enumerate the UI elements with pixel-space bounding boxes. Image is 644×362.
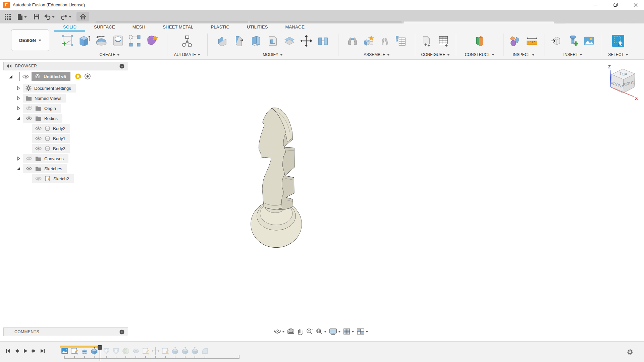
collapse-panel-icon[interactable] <box>6 64 12 68</box>
automate-icon[interactable] <box>179 33 195 49</box>
timeline-feature-fillet[interactable] <box>201 347 209 355</box>
expander-icon[interactable] <box>17 167 20 170</box>
browser-tree-row[interactable]: Bodies <box>3 113 128 123</box>
tree-node-chip[interactable]: Bodies <box>23 114 62 123</box>
fillet-icon[interactable] <box>231 33 247 49</box>
viewports-icon[interactable] <box>357 328 368 335</box>
browser-tree-row[interactable]: Body2 <box>3 123 128 133</box>
group-inspect-label[interactable]: INSPECT <box>513 52 534 58</box>
browser-tree-row[interactable]: Document Settings <box>3 83 128 93</box>
visibility-eye-icon[interactable] <box>25 106 33 111</box>
timeline-playhead-handle[interactable] <box>98 345 102 350</box>
browser-tree-row[interactable]: Body1 <box>3 133 128 143</box>
browser-tree-row[interactable]: Canvases <box>3 154 128 164</box>
expander-icon[interactable] <box>17 96 20 100</box>
bom-table-icon[interactable] <box>393 33 409 49</box>
insert-mcmaster-icon[interactable] <box>565 33 581 49</box>
timeline-feature-hole[interactable] <box>112 347 120 355</box>
move-icon[interactable] <box>299 33 314 49</box>
home-icon[interactable] <box>76 12 89 21</box>
group-select-label[interactable]: SELECT <box>608 52 628 58</box>
restore-button[interactable] <box>608 0 623 10</box>
timeline-feature-sketch[interactable] <box>142 347 150 355</box>
browser-header[interactable]: BROWSER <box>3 62 128 70</box>
expander-icon[interactable] <box>17 157 20 161</box>
display-settings-dropdown-caret[interactable] <box>338 331 341 333</box>
timeline-feature-split[interactable] <box>132 347 140 355</box>
browser-tree-row[interactable]: Origin <box>3 103 128 113</box>
plus-circle-icon[interactable] <box>119 329 124 335</box>
timeline-feature-hole[interactable] <box>102 347 110 355</box>
display-settings-icon[interactable] <box>329 328 341 335</box>
create-sketch-icon[interactable] <box>60 33 75 49</box>
browser-tree-row[interactable]: Body3 <box>3 143 128 154</box>
timeline-settings-gear-icon[interactable] <box>627 349 633 355</box>
viewport-canvas[interactable]: TOP FRONT RIGHT Z X BROWSER Untitled v5 … <box>0 60 644 341</box>
view-cube[interactable]: TOP FRONT RIGHT Z X <box>602 64 643 103</box>
configuration-table-icon[interactable] <box>436 33 451 49</box>
visibility-eye-icon[interactable] <box>25 116 33 121</box>
tree-node-chip[interactable]: Body3 <box>32 144 70 153</box>
step-forward-icon[interactable] <box>32 348 36 354</box>
step-back-icon[interactable] <box>14 348 19 354</box>
section-analysis-icon[interactable] <box>507 33 523 49</box>
expander-icon[interactable] <box>17 116 20 120</box>
insert-derive-icon[interactable] <box>549 33 565 49</box>
browser-tree-row[interactable]: Named Views <box>3 93 128 103</box>
minimize-button[interactable] <box>588 0 603 10</box>
browser-tree-row[interactable]: Sketch2 <box>3 174 128 184</box>
group-automate-label[interactable]: AUTOMATE <box>174 52 201 58</box>
configuration-icon[interactable] <box>419 33 435 49</box>
hole-icon[interactable] <box>110 33 126 49</box>
new-component-icon[interactable] <box>361 33 376 49</box>
tree-node-chip[interactable]: Document Settings <box>23 84 76 93</box>
tree-node-chip[interactable]: Sketch2 <box>32 174 74 183</box>
extrude-icon[interactable] <box>77 33 92 49</box>
fit-dropdown-caret[interactable] <box>324 331 327 333</box>
timeline-feature-move[interactable] <box>152 347 160 355</box>
visibility-eye-icon[interactable] <box>25 156 33 161</box>
shell-icon[interactable] <box>248 33 264 49</box>
press-pull-icon[interactable] <box>215 33 230 49</box>
go-to-start-icon[interactable] <box>5 348 11 354</box>
form-icon[interactable] <box>144 33 159 49</box>
revolve-icon[interactable] <box>94 33 109 49</box>
visibility-eye-icon[interactable] <box>35 126 42 131</box>
expander-icon[interactable] <box>17 86 20 90</box>
look-at-icon[interactable] <box>287 328 294 335</box>
apps-grid-icon[interactable] <box>3 12 13 21</box>
tree-node-chip[interactable]: Sketches <box>23 164 67 173</box>
ribbon-tab-sheet-metal[interactable]: SHEET METAL <box>154 23 202 32</box>
group-construct-label[interactable]: CONSTRUCT <box>465 52 494 58</box>
redo-dropdown-caret[interactable] <box>69 16 71 18</box>
pan-icon[interactable] <box>297 328 304 335</box>
timeline-feature-canvas[interactable] <box>61 347 69 355</box>
tree-node-chip[interactable]: Origin <box>23 104 61 113</box>
undo-icon[interactable] <box>43 12 56 21</box>
joint-icon[interactable] <box>345 33 360 49</box>
minus-circle-icon[interactable] <box>119 64 124 69</box>
insert-canvas-icon[interactable] <box>581 33 597 49</box>
group-modify-label[interactable]: MODIFY <box>263 52 283 58</box>
ribbon-tab-utilities[interactable]: UTILITIES <box>238 23 276 32</box>
visibility-eye-icon[interactable] <box>35 146 42 151</box>
zoom-icon[interactable] <box>306 328 313 335</box>
timeline-feature-extrude[interactable] <box>171 347 179 355</box>
ground-target-icon[interactable] <box>85 73 91 79</box>
draft-icon[interactable] <box>265 33 280 49</box>
undo-dropdown-caret[interactable] <box>52 16 55 18</box>
fit-icon[interactable] <box>316 328 327 335</box>
save-icon[interactable] <box>32 12 41 21</box>
ribbon-tab-mesh[interactable]: MESH <box>124 23 154 32</box>
ribbon-tab-surface[interactable]: SURFACE <box>85 23 124 32</box>
measure-icon[interactable] <box>524 33 540 49</box>
ribbon-tab-plastic[interactable]: PLASTIC <box>202 23 238 32</box>
redo-icon[interactable] <box>60 12 72 21</box>
visibility-eye-icon[interactable] <box>22 74 30 79</box>
align-icon[interactable] <box>315 33 331 49</box>
workspace-selector[interactable]: DESIGN <box>11 29 49 51</box>
tree-node-chip[interactable]: Body1 <box>32 134 70 143</box>
visibility-eye-icon[interactable] <box>35 136 42 141</box>
play-icon[interactable] <box>23 348 28 354</box>
timeline-feature-revolve[interactable] <box>80 347 89 355</box>
